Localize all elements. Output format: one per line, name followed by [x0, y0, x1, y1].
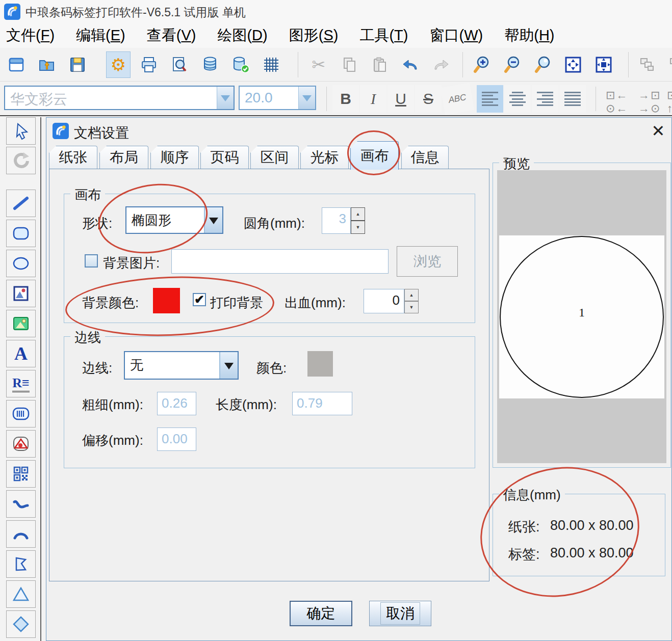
polygon-tool-icon[interactable]: [6, 550, 36, 578]
qr-code-tool-icon[interactable]: [6, 460, 36, 488]
corner-radius-label: 圆角(mm):: [244, 215, 305, 232]
paste-icon[interactable]: [368, 51, 392, 78]
picture-frame-tool-icon[interactable]: [6, 280, 36, 307]
bleed-value[interactable]: 0: [364, 289, 404, 313]
database-check-icon[interactable]: [228, 51, 253, 78]
stepper-up-icon[interactable]: ▲: [404, 289, 419, 301]
corner-radius-value[interactable]: 3: [322, 207, 351, 234]
select-tool-icon[interactable]: [6, 117, 36, 145]
database-icon[interactable]: [198, 51, 222, 78]
wordart-button[interactable]: ABC: [441, 83, 474, 115]
border-group-title: 边线: [70, 329, 105, 346]
grid-icon[interactable]: [259, 51, 283, 78]
rotate-tool-icon[interactable]: [6, 147, 36, 174]
tab-layout[interactable]: 布局: [99, 146, 148, 169]
tab-range[interactable]: 区间: [250, 146, 299, 169]
document-settings-icon[interactable]: ⚙: [106, 51, 131, 78]
align-center-button[interactable]: [504, 85, 531, 113]
separator: [628, 52, 629, 77]
diamond-tool-icon[interactable]: [6, 610, 36, 638]
align-justify-button[interactable]: [559, 85, 586, 113]
align-left-edge-icon[interactable]: ⊡←⊙←: [606, 89, 628, 115]
line-tool-icon[interactable]: [6, 190, 36, 217]
menu-tools[interactable]: 工具(T): [359, 25, 408, 46]
align-right-edge-icon[interactable]: →⊡→⊙: [638, 89, 661, 115]
bold-button[interactable]: B: [332, 85, 359, 113]
text-tool-icon[interactable]: A: [6, 340, 36, 367]
zoom-in-icon[interactable]: [469, 51, 494, 78]
bg-image-checkbox[interactable]: [85, 254, 98, 268]
chevron-down-icon[interactable]: [217, 87, 234, 109]
stepper-down-icon[interactable]: ▼: [351, 221, 365, 234]
triangle-tool-icon[interactable]: [6, 580, 36, 608]
menu-view[interactable]: 查看(V): [147, 25, 196, 46]
main-toolbar: ⚙ ✂: [0, 48, 672, 82]
zoom-icon[interactable]: [530, 51, 555, 78]
align-right-icon: [537, 92, 553, 106]
close-icon[interactable]: ✕: [648, 121, 668, 141]
menu-draw[interactable]: 绘图(D): [217, 25, 267, 46]
align-left-icon: [482, 92, 498, 106]
fit-window-icon[interactable]: [561, 51, 585, 78]
stepper-up-icon[interactable]: ▲: [351, 207, 365, 221]
menu-shape[interactable]: 图形(S): [289, 25, 339, 46]
align-left-button[interactable]: [477, 85, 503, 113]
thickness-value[interactable]: 0.26: [157, 392, 196, 415]
rich-text-tool-icon[interactable]: R≡: [6, 370, 36, 397]
offset-value[interactable]: 0.00: [157, 428, 196, 451]
align-top-edge-icon[interactable]: ⊡↑: [667, 89, 672, 115]
strikethrough-button[interactable]: S: [415, 85, 442, 113]
redo-icon[interactable]: [429, 51, 453, 78]
open-icon[interactable]: [35, 51, 59, 78]
curve-tool-icon[interactable]: [6, 490, 36, 518]
tab-paper[interactable]: 纸张: [49, 146, 97, 169]
picture-tool-icon[interactable]: [6, 310, 36, 337]
separator: [326, 87, 327, 111]
print-preview-icon[interactable]: [167, 51, 192, 78]
menu-file[interactable]: 文件(F): [6, 25, 55, 46]
browse-button[interactable]: 浏览: [397, 246, 458, 277]
menu-window[interactable]: 窗口(W): [429, 25, 483, 46]
align-right-button[interactable]: [532, 85, 558, 113]
border-color-swatch[interactable]: [307, 351, 333, 377]
cut-icon[interactable]: ✂: [306, 51, 331, 78]
cancel-button[interactable]: 取消: [369, 601, 431, 626]
font-family-value: 华文彩云: [5, 87, 217, 109]
print-icon[interactable]: [137, 51, 161, 78]
ellipse-tool-icon[interactable]: [6, 250, 36, 277]
chevron-down-icon[interactable]: [298, 87, 315, 109]
zoom-out-icon[interactable]: [500, 51, 524, 78]
font-family-select[interactable]: 华文彩云: [4, 86, 235, 110]
ungroup-icon[interactable]: [665, 51, 672, 78]
undo-icon[interactable]: [398, 51, 423, 78]
bg-image-label: 背景图片:: [103, 254, 160, 272]
copy-icon[interactable]: [337, 51, 361, 78]
menu-help[interactable]: 帮助(H): [504, 25, 554, 46]
preview-page-number: 1: [499, 306, 664, 319]
font-size-select[interactable]: 20.0: [239, 86, 316, 110]
stepper-down-icon[interactable]: ▼: [404, 301, 419, 313]
border-line-select[interactable]: 无: [124, 351, 239, 380]
group-icon[interactable]: [635, 51, 659, 78]
chevron-down-icon[interactable]: [219, 352, 238, 379]
arc-tool-icon[interactable]: [6, 520, 36, 548]
menu-edit[interactable]: 编辑(E): [76, 25, 125, 46]
ok-button[interactable]: 确定: [290, 601, 352, 626]
tab-page-number[interactable]: 页码: [200, 146, 249, 169]
logo-tool-icon[interactable]: [6, 430, 36, 458]
fit-content-icon[interactable]: [591, 51, 616, 78]
rounded-rect-tool-icon[interactable]: [6, 220, 36, 247]
length-value[interactable]: 0.79: [292, 392, 352, 415]
underline-button[interactable]: U: [387, 85, 414, 113]
italic-button[interactable]: I: [360, 85, 386, 113]
save-icon[interactable]: [65, 51, 90, 78]
tab-cursor[interactable]: 光标: [300, 146, 349, 169]
bg-image-input[interactable]: [171, 249, 389, 274]
annotation-ring-canvas-tab: [347, 130, 400, 175]
tab-order[interactable]: 顺序: [150, 146, 199, 169]
barcode-tool-icon[interactable]: [6, 400, 36, 428]
tab-info[interactable]: 信息: [401, 146, 449, 169]
border-line-label: 边线:: [82, 359, 112, 377]
border-color-label: 颜色:: [256, 359, 287, 377]
new-document-icon[interactable]: [4, 51, 29, 78]
